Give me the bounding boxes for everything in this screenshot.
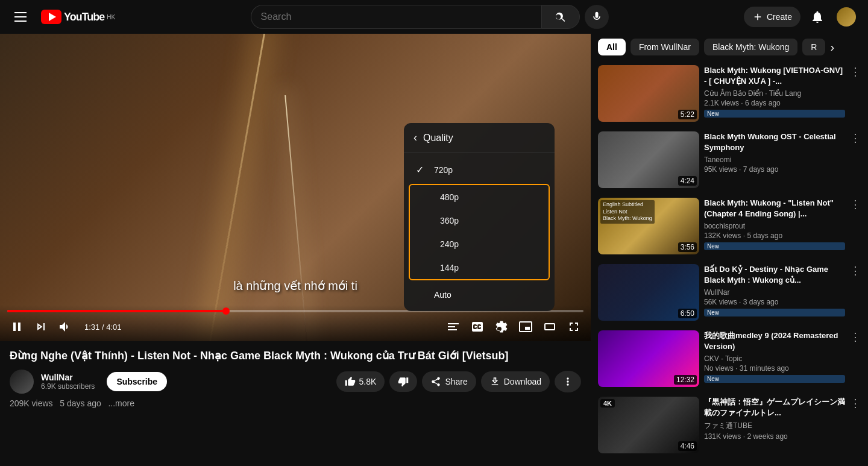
action-buttons: 5.8K Share Download: [336, 371, 581, 392]
more-description-link[interactable]: ...more: [108, 398, 134, 408]
quality-title: Quality: [423, 133, 453, 143]
create-button[interactable]: Create: [744, 7, 800, 27]
download-label: Download: [504, 377, 541, 386]
progress-fill: [7, 310, 226, 312]
sv-title-1: Black Myth: Wukong [VIETHOA-GNV] - [ CHU…: [704, 65, 845, 87]
yt-logo-icon: [41, 10, 61, 24]
mic-icon: [591, 11, 603, 23]
captions-button[interactable]: [468, 317, 487, 336]
sv-badge-1: New: [704, 110, 845, 118]
upload-time: 5 days ago: [60, 398, 101, 408]
svg-rect-0: [448, 323, 459, 324]
chip-r[interactable]: R: [802, 39, 825, 55]
chips-next-button[interactable]: ›: [830, 40, 834, 54]
chip-all[interactable]: All: [598, 39, 626, 55]
nav-left: YouTubeHK: [10, 7, 115, 27]
quality-option-144p[interactable]: ✓ 144p: [410, 256, 549, 279]
sidebar-video-6[interactable]: 4K 4:46 『黒神話：悟空』ゲームプレイシーン満載のファイナルトレ... フ…: [596, 394, 863, 456]
sv-thumb-1: 5:22: [598, 65, 699, 122]
like-button[interactable]: 5.8K: [336, 371, 385, 392]
fullscreen-button[interactable]: [564, 317, 583, 336]
sv-channel-3: bocchisprout: [704, 222, 845, 230]
chip-from-wullnar[interactable]: From WullNar: [631, 39, 699, 55]
youtube-logo[interactable]: YouTubeHK: [41, 10, 115, 24]
sv-meta-3: 132K views · 5 days ago: [704, 231, 845, 240]
quality-label-auto: Auto: [434, 290, 451, 300]
avatar-image: [837, 7, 856, 27]
sidebar-video-3[interactable]: English SubtitledListen NotBlack Myth: W…: [596, 195, 863, 257]
sv-badge-5: New: [704, 375, 845, 383]
sidebar-video-2[interactable]: 4:24 Black Myth Wukong OST - Celestial S…: [596, 129, 863, 190]
quality-option-auto[interactable]: ✓ Auto: [404, 283, 555, 306]
notifications-button[interactable]: [805, 5, 829, 29]
sv-badge-4: New: [704, 309, 845, 316]
sv-more-4[interactable]: ⋮: [850, 264, 861, 321]
search-input-wrap[interactable]: [251, 5, 541, 29]
volume-button[interactable]: [55, 317, 75, 336]
thumbs-down-icon: [398, 376, 409, 387]
search-button[interactable]: [541, 5, 580, 29]
sv-more-6[interactable]: ⋮: [850, 397, 861, 453]
sv-info-1: Black Myth: Wukong [VIETHOA-GNV] - [ CHU…: [704, 65, 845, 122]
svg-rect-1: [448, 326, 455, 327]
sv-title-6: 『黒神話：悟空』ゲームプレイシーン満載のファイナルトレ...: [704, 397, 845, 418]
sv-channel-5: CKV - Topic: [704, 354, 845, 363]
quality-option-360p[interactable]: ✓ 360p: [410, 209, 549, 232]
sv-title-4: Bất Do Kỷ - Destiny - Nhạc Game Black My…: [704, 264, 845, 286]
nav-center: [120, 5, 739, 29]
plus-icon: [752, 11, 763, 22]
sv-4k-badge: 4K: [600, 399, 615, 408]
sv-info-5: 我的歌曲medley 9 (2024 Remastered Version) C…: [704, 330, 845, 387]
controls-row: 1:31 / 4:01: [7, 317, 583, 336]
back-arrow-button[interactable]: ‹: [414, 131, 417, 144]
topnav: YouTubeHK Create: [0, 0, 868, 34]
sidebar: All From WullNar Black Myth: Wukong R › …: [591, 34, 868, 466]
user-avatar[interactable]: [834, 5, 858, 29]
miniplayer-button[interactable]: [516, 317, 535, 336]
sv-badge-3: New: [704, 242, 845, 250]
next-button[interactable]: [31, 317, 51, 336]
quality-option-720p[interactable]: ✓ 720p: [404, 158, 555, 181]
theater-icon: [542, 320, 557, 334]
channel-name: WullNar: [41, 373, 95, 382]
download-button[interactable]: Download: [481, 371, 550, 392]
sv-thumb-2: 4:24: [598, 131, 699, 188]
quality-option-480p[interactable]: ✓ 480p: [410, 185, 549, 209]
sidebar-video-4[interactable]: 6:50 Bất Do Kỷ - Destiny - Nhạc Game Bla…: [596, 262, 863, 323]
subscribe-button[interactable]: Subscribe: [107, 372, 167, 391]
channel-avatar[interactable]: [10, 370, 34, 394]
sv-thumb-6: 4K 4:46: [598, 397, 699, 453]
filter-chips: All From WullNar Black Myth: Wukong R ›: [596, 34, 863, 63]
settings-button[interactable]: [492, 317, 511, 336]
sidebar-video-5[interactable]: 12:32 我的歌曲medley 9 (2024 Remastered Vers…: [596, 328, 863, 389]
svg-rect-2: [448, 329, 457, 330]
more-actions-button[interactable]: [555, 371, 581, 392]
sv-more-5[interactable]: ⋮: [850, 330, 861, 387]
play-pause-button[interactable]: [7, 317, 27, 336]
share-button[interactable]: Share: [422, 371, 476, 392]
sv-duration-1: 5:22: [678, 110, 697, 119]
quality-label-144p: 144p: [440, 263, 459, 272]
hamburger-menu[interactable]: [10, 7, 31, 27]
more-icon: [562, 376, 574, 388]
quality-label-360p: 360p: [440, 216, 459, 225]
search-input[interactable]: [261, 11, 532, 22]
bell-icon: [810, 10, 825, 24]
miniplayer-icon: [518, 320, 533, 334]
mic-button[interactable]: [585, 5, 609, 29]
chip-black-myth[interactable]: Black Myth: Wukong: [704, 39, 797, 55]
dislike-button[interactable]: [389, 371, 417, 392]
like-count: 5.8K: [359, 377, 377, 386]
sidebar-video-1[interactable]: 5:22 Black Myth: Wukong [VIETHOA-GNV] - …: [596, 63, 863, 124]
chapters-button[interactable]: [444, 317, 463, 336]
sv-more-2[interactable]: ⋮: [850, 131, 861, 188]
theater-button[interactable]: [540, 317, 559, 336]
sv-meta-2: 95K views · 7 days ago: [704, 165, 845, 174]
sv-thumb-3: English SubtitledListen NotBlack Myth: W…: [598, 198, 699, 254]
quality-option-240p[interactable]: ✓ 240p: [410, 232, 549, 256]
sv-more-3[interactable]: ⋮: [850, 198, 861, 254]
sv-channel-2: Taneomi: [704, 156, 845, 164]
sv-more-1[interactable]: ⋮: [850, 65, 861, 122]
time-display: 1:31 / 4:01: [84, 323, 121, 332]
video-player[interactable]: là những vết nhớ mới ti ‹ Quality ✓ 720p: [0, 34, 591, 341]
